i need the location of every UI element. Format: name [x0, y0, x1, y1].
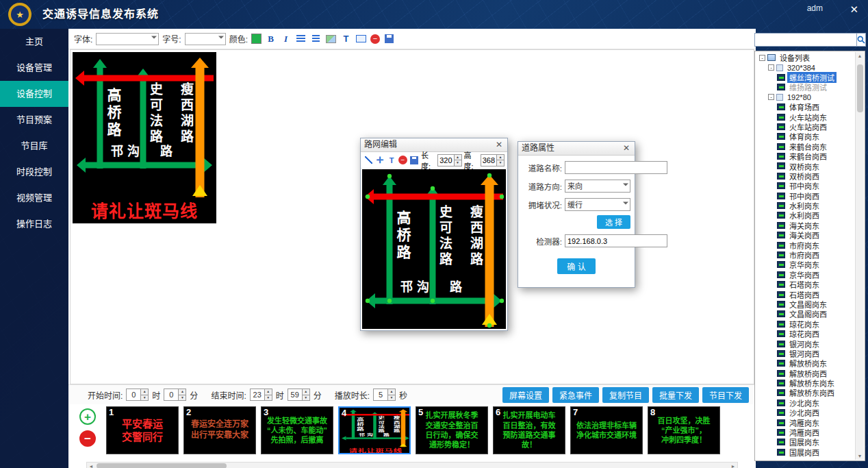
collapse-icon[interactable]: - — [768, 64, 774, 71]
playlist-item-5[interactable]: 5扎实开展秋冬季交通安全整治百日行动，确保交通形势稳定！ — [416, 406, 488, 454]
playlist-item-6[interactable]: 6扎实开展电动车百日整治，有效预防道路交通事故！ — [493, 406, 565, 454]
close-icon[interactable]: ✕ — [494, 138, 504, 151]
playlist-scrollbar[interactable]: ◄ ► — [86, 462, 738, 468]
save-icon[interactable] — [409, 156, 419, 165]
spin-down-icon[interactable]: ▼ — [455, 160, 461, 166]
playlist-item-1[interactable]: 1平安春运交警同行 — [106, 406, 179, 454]
spinner-arrows[interactable]: ▲▼ — [496, 155, 504, 166]
tree-device-1-32[interactable]: 鸿雁岗东 — [756, 417, 854, 427]
sidebar-item-5[interactable]: 时段控制 — [0, 159, 68, 185]
confirm-button[interactable]: 确 认 — [557, 258, 595, 274]
scrollbar-thumb[interactable] — [97, 463, 227, 468]
sidebar-item-4[interactable]: 节目库 — [0, 133, 68, 159]
playlist-item-8[interactable]: 8百日攻坚，决胜“产业强市”，冲刺四季度！ — [648, 406, 720, 454]
tree-device-1-31[interactable]: 沙北岗西 — [756, 408, 854, 417]
spin-up-icon[interactable]: ▲ — [265, 389, 272, 395]
tree-device-1-24[interactable]: 银河岗东 — [756, 338, 854, 348]
sidebar-item-3[interactable]: 节目预案 — [0, 107, 68, 133]
scroll-left-icon[interactable]: ◄ — [87, 464, 95, 468]
spinner-arrows[interactable]: ▲▼ — [178, 389, 186, 400]
text-icon[interactable]: T — [387, 156, 396, 165]
text-icon[interactable]: T — [340, 33, 352, 45]
playlist-item-4[interactable]: 4高桥路史可法路瘦西湖路邗沟路请礼让斑马线 — [338, 406, 411, 454]
close-icon[interactable]: ✕ — [622, 142, 631, 155]
roadnet-canvas[interactable]: 高桥路史可法路瘦西湖路邗沟路 — [362, 169, 506, 329]
detector-input[interactable] — [565, 234, 667, 247]
tree-device-1-12[interactable]: 海关岗东 — [756, 221, 854, 230]
tree-device-1-30[interactable]: 沙北岗东 — [756, 398, 854, 408]
tree-device-1-16[interactable]: 京华岗东 — [756, 260, 854, 269]
sidebar-item-1[interactable]: 设备管理 — [0, 55, 68, 81]
delete-icon[interactable]: − — [370, 34, 380, 44]
height-spinner[interactable]: 368 ▲▼ — [481, 154, 505, 167]
tree-device-1-6[interactable]: 双桥岗东 — [756, 161, 854, 171]
add-program-button[interactable]: + — [79, 408, 96, 425]
tree-device-1-33[interactable]: 鸿雁岗西 — [756, 428, 854, 437]
tree-device-1-15[interactable]: 市府岗西 — [756, 250, 854, 260]
draw-line-icon[interactable] — [363, 156, 373, 165]
spinner-arrows[interactable]: ▲▼ — [302, 389, 309, 400]
action-button-4[interactable]: 节目下发 — [702, 387, 749, 403]
spinner-arrows[interactable]: ▲▼ — [264, 389, 272, 400]
align-left-icon[interactable] — [295, 33, 307, 45]
tree-device-1-26[interactable]: 解放桥岗东 — [756, 358, 854, 368]
action-button-3[interactable]: 批量下发 — [652, 387, 699, 403]
font-size-select[interactable] — [185, 33, 226, 45]
tree-group-1[interactable]: -192*80 — [756, 93, 854, 102]
road-name-input[interactable] — [565, 161, 667, 174]
device-search-input[interactable] — [754, 33, 857, 47]
tree-device-1-23[interactable]: 琼花岗西 — [756, 329, 854, 338]
duration-spinner[interactable]: 5▲▼ — [373, 389, 396, 401]
tree-device-1-22[interactable]: 琼花岗东 — [756, 319, 854, 329]
spinner-arrows[interactable]: ▲▼ — [454, 155, 461, 166]
tree-device-0-1[interactable]: 维扬路测试 — [756, 82, 854, 92]
direction-select[interactable]: 来向 — [565, 180, 630, 193]
action-button-2[interactable]: 复制节目 — [602, 387, 649, 403]
delete-icon[interactable]: − — [398, 156, 407, 164]
italic-icon[interactable]: I — [280, 33, 292, 45]
start-hour-spinner[interactable]: 0▲▼ — [126, 389, 149, 401]
tree-scrollbar[interactable]: ▲ ▼ — [855, 52, 864, 460]
tree-device-1-3[interactable]: 体育岗东 — [756, 132, 854, 141]
tree-device-1-1[interactable]: 火车站岗东 — [756, 112, 854, 121]
tree-device-1-20[interactable]: 文昌阁岗东 — [756, 299, 854, 309]
remove-program-button[interactable]: − — [79, 430, 96, 447]
collapse-icon[interactable]: - — [768, 94, 774, 100]
tree-device-1-2[interactable]: 火车站岗西 — [756, 122, 854, 132]
tree-device-1-28[interactable]: 解放桥东岗东 — [756, 378, 854, 388]
spin-up-icon[interactable]: ▲ — [497, 155, 504, 160]
tree-device-1-9[interactable]: 邗中岗西 — [756, 190, 854, 200]
tree-device-1-11[interactable]: 水利岗西 — [756, 210, 854, 220]
spin-down-icon[interactable]: ▼ — [141, 395, 148, 401]
tree-device-1-17[interactable]: 京华岗西 — [756, 270, 854, 280]
sidebar-item-0[interactable]: 主页 — [0, 29, 68, 55]
spin-down-icon[interactable]: ▼ — [303, 395, 309, 401]
sidebar-item-2[interactable]: 设备控制 — [0, 81, 68, 107]
save-icon[interactable] — [383, 33, 395, 45]
tree-device-1-7[interactable]: 双桥岗西 — [756, 171, 854, 181]
spinner-arrows[interactable]: ▲▼ — [140, 389, 148, 400]
action-button-1[interactable]: 紧急事件 — [552, 387, 599, 403]
spin-up-icon[interactable]: ▲ — [179, 389, 186, 395]
tree-device-1-4[interactable]: 来鹤台岗东 — [756, 142, 854, 151]
align-center-icon[interactable] — [310, 33, 322, 45]
scrollbar-thumb[interactable] — [857, 64, 863, 112]
playlist-item-2[interactable]: 2春运安全连万家出行平安靠大家 — [183, 406, 256, 454]
font-family-select[interactable] — [96, 33, 159, 45]
tree-device-1-19[interactable]: 石塔岗西 — [756, 289, 854, 299]
tree-device-0-0[interactable]: 螺丝湾桥测试 — [756, 73, 854, 82]
sidebar-item-6[interactable]: 视频管理 — [0, 185, 68, 211]
tree-device-1-35[interactable]: 国展岗西 — [756, 447, 854, 457]
playlist-item-3[interactable]: 3发生轻微交通事故“人未伤、车能动”先拍照，后撤离 — [261, 406, 333, 454]
bold-icon[interactable]: B — [265, 33, 277, 45]
tree-device-1-18[interactable]: 石塔岗东 — [756, 280, 854, 289]
tree-device-1-29[interactable]: 解放桥东岗西 — [756, 388, 854, 397]
fit-screen-icon[interactable] — [355, 33, 367, 45]
window-close-icon[interactable]: ✕ — [847, 2, 861, 17]
tree-device-1-34[interactable]: 国展岗东 — [756, 437, 854, 447]
start-minute-spinner[interactable]: 0▲▼ — [164, 389, 186, 401]
tree-device-1-21[interactable]: 文昌阁岗西 — [756, 309, 854, 319]
spin-up-icon[interactable]: ▲ — [455, 155, 461, 160]
spin-down-icon[interactable]: ▼ — [179, 395, 186, 401]
scroll-up-icon[interactable]: ▲ — [856, 53, 864, 58]
